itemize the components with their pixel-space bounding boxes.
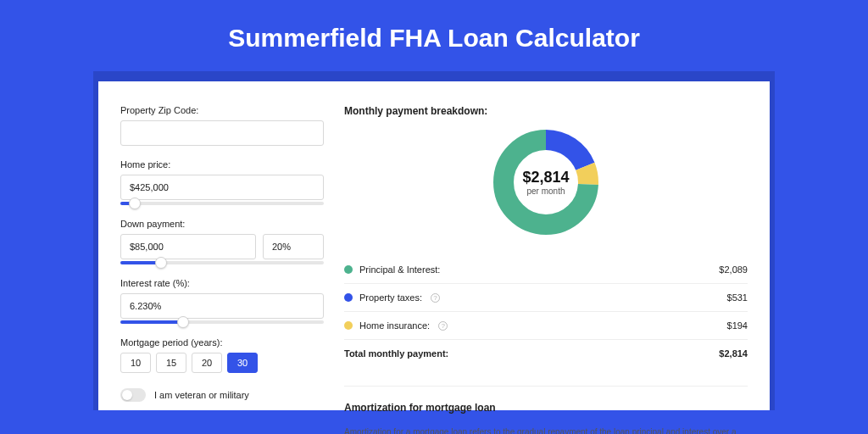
breakdown-item-label: Home insurance: — [359, 320, 430, 331]
breakdown-item-label: Principal & Interest: — [359, 264, 440, 275]
down-payment-amount-input[interactable] — [120, 234, 256, 259]
donut-chart: $2,814 per month — [492, 129, 599, 236]
blue-dot-icon — [344, 293, 353, 302]
breakdown-total-label: Total monthly payment: — [344, 348, 448, 359]
info-icon[interactable]: ? — [431, 293, 440, 303]
amortization-body: Amortization for a mortgage loan refers … — [344, 426, 748, 434]
accent-strip: Property Zip Code: Home price: Down paym… — [93, 71, 775, 410]
zip-label: Property Zip Code: — [120, 105, 324, 115]
home-price-input[interactable] — [120, 175, 324, 200]
down-payment-percent-input[interactable] — [263, 234, 324, 259]
amortization-section: Amortization for mortgage loan Amortizat… — [344, 386, 748, 434]
page-title: Summerfield FHA Loan Calculator — [0, 0, 868, 71]
breakdown-column: Monthly payment breakdown: $2,814 per mo… — [344, 105, 748, 410]
veteran-toggle[interactable] — [120, 388, 146, 402]
donut-chart-wrap: $2,814 per month — [344, 129, 748, 236]
form-column: Property Zip Code: Home price: Down paym… — [120, 105, 324, 410]
down-payment-slider[interactable] — [120, 261, 324, 264]
breakdown-item-label: Property taxes: — [359, 292, 422, 303]
down-payment-group: Down payment: — [120, 219, 324, 264]
breakdown-row: Home insurance:?$194 — [344, 312, 748, 340]
info-icon[interactable]: ? — [438, 321, 448, 331]
breakdown-row: Property taxes:?$531 — [344, 284, 748, 312]
home-price-slider[interactable] — [120, 202, 324, 205]
amortization-title: Amortization for mortgage loan — [344, 402, 748, 414]
breakdown-item-value: $194 — [727, 320, 748, 331]
down-payment-label: Down payment: — [120, 219, 324, 229]
breakdown-title: Monthly payment breakdown: — [344, 105, 748, 117]
breakdown-list: Principal & Interest:$2,089Property taxe… — [344, 256, 748, 340]
mortgage-period-group: Mortgage period (years): 10152030 — [120, 337, 324, 373]
period-option-30[interactable]: 30 — [227, 353, 258, 373]
interest-rate-slider-thumb[interactable] — [177, 316, 189, 328]
mortgage-period-label: Mortgage period (years): — [120, 337, 324, 348]
down-payment-slider-thumb[interactable] — [155, 257, 167, 269]
interest-rate-group: Interest rate (%): — [120, 278, 324, 324]
breakdown-total-row: Total monthly payment: $2,814 — [344, 340, 748, 367]
donut-total: $2,814 — [522, 169, 569, 186]
interest-rate-slider[interactable] — [120, 320, 324, 324]
home-price-group: Home price: — [120, 159, 324, 205]
period-option-10[interactable]: 10 — [120, 353, 151, 373]
breakdown-item-value: $531 — [727, 292, 748, 303]
period-option-15[interactable]: 15 — [156, 353, 186, 373]
breakdown-total-value: $2,814 — [719, 348, 748, 359]
home-price-slider-thumb[interactable] — [129, 198, 141, 209]
breakdown-row: Principal & Interest:$2,089 — [344, 256, 748, 284]
veteran-label: I am veteran or military — [154, 390, 249, 400]
breakdown-item-value: $2,089 — [719, 264, 748, 275]
calculator-card: Property Zip Code: Home price: Down paym… — [98, 81, 770, 410]
yellow-dot-icon — [344, 321, 353, 330]
interest-rate-label: Interest rate (%): — [120, 278, 324, 288]
interest-rate-input[interactable] — [120, 293, 324, 319]
green-dot-icon — [344, 265, 353, 274]
donut-sub: per month — [526, 186, 565, 196]
veteran-row: I am veteran or military — [120, 388, 324, 402]
period-option-20[interactable]: 20 — [192, 353, 222, 373]
zip-input[interactable] — [120, 120, 324, 146]
zip-group: Property Zip Code: — [120, 105, 324, 146]
home-price-label: Home price: — [120, 159, 324, 170]
